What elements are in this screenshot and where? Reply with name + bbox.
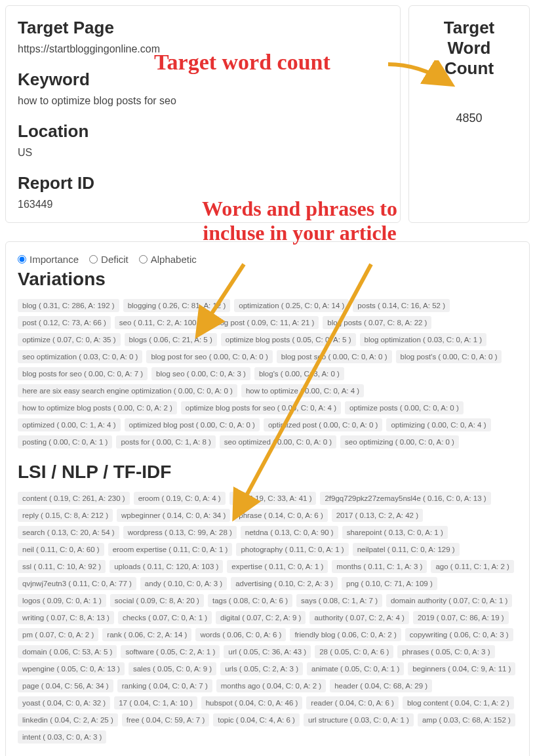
lsi-tag[interactable]: software ( 0.05, C: 2, A: 1 )	[121, 645, 220, 658]
lsi-tag[interactable]: phrases ( 0.05, C: 0, A: 3 )	[397, 645, 494, 658]
variations-tag[interactable]: blogs ( 0.06, C: 21, A: 5 )	[125, 333, 217, 346]
sort-importance[interactable]: Importance	[18, 254, 79, 265]
lsi-tag[interactable]: reader ( 0.04, C: 0, A: 6 )	[306, 696, 399, 709]
lsi-tag[interactable]: ago ( 0.11, C: 1, A: 2 )	[431, 560, 514, 573]
lsi-tag[interactable]: qvjnwj7eutn3 ( 0.11, C: 0, A: 77 )	[18, 577, 136, 590]
lsi-tag[interactable]: words ( 0.06, C: 0, A: 6 )	[195, 628, 286, 641]
variations-tag[interactable]: blog's ( 0.00, C: 3, A: 0 )	[254, 367, 344, 380]
lsi-tag[interactable]: url ( 0.05, C: 36, A: 43 )	[224, 645, 311, 658]
lsi-tag[interactable]: phrase ( 0.14, C: 0, A: 6 )	[234, 509, 327, 522]
lsi-tag[interactable]: 2019 ( 0.07, C: 86, A: 19 )	[413, 611, 509, 624]
variations-tag[interactable]: optimize ( 0.07, C: 0, A: 35 )	[18, 333, 121, 346]
lsi-tag[interactable]: wpengine ( 0.05, C: 0, A: 13 )	[18, 662, 125, 675]
lsi-tag[interactable]: linkedin ( 0.04, C: 2, A: 25 )	[18, 713, 118, 726]
lsi-tag[interactable]: photography ( 0.11, C: 0, A: 1 )	[236, 543, 348, 556]
variations-tag[interactable]: seo optimizing ( 0.00, C: 0, A: 0 )	[340, 435, 459, 448]
lsi-tag[interactable]: checks ( 0.07, C: 0, A: 1 )	[118, 611, 212, 624]
variations-tag[interactable]: here are six easy search engine optimiza…	[18, 384, 237, 397]
lsi-tag[interactable]: eroom ( 0.19, C: 0, A: 4 )	[134, 492, 226, 505]
variations-tag[interactable]: optimize posts ( 0.00, C: 0, A: 0 )	[345, 401, 464, 414]
variations-tag[interactable]: seo optimization ( 0.03, C: 0, A: 0 )	[18, 350, 142, 363]
variations-tag[interactable]: how to optimize blog posts ( 0.00, C: 0,…	[18, 401, 177, 414]
variations-tag[interactable]: optimized ( 0.00, C: 1, A: 4 )	[18, 418, 121, 431]
lsi-tag[interactable]: animate ( 0.05, C: 0, A: 1 )	[307, 662, 404, 675]
variations-tag[interactable]: blogging ( 0.26, C: 81, A: 12 )	[123, 299, 231, 312]
variations-tag[interactable]: optimizing ( 0.00, C: 0, A: 4 )	[386, 418, 490, 431]
lsi-tag[interactable]: 04 ( 0.19, C: 33, A: 41 )	[229, 492, 317, 505]
variations-tag[interactable]: posting ( 0.00, C: 0, A: 1 )	[18, 435, 112, 448]
lsi-tag[interactable]: urls ( 0.05, C: 2, A: 3 )	[220, 662, 303, 675]
lsi-tag[interactable]: sharepoint ( 0.13, C: 0, A: 1 )	[342, 526, 448, 539]
variations-tag[interactable]: blog post seo ( 0.00, C: 0, A: 0 )	[277, 350, 392, 363]
lsi-tag[interactable]: expertise ( 0.11, C: 0, A: 1 )	[227, 560, 328, 573]
variations-tag[interactable]: posts for ( 0.00, C: 1, A: 8 )	[116, 435, 215, 448]
variations-tag[interactable]: blog post ( 0.09, C: 11, A: 21 )	[210, 316, 319, 329]
lsi-tag[interactable]: yoast ( 0.04, C: 0, A: 32 )	[18, 696, 110, 709]
lsi-tag[interactable]: rank ( 0.06, C: 2, A: 14 )	[102, 628, 191, 641]
lsi-tag[interactable]: domain ( 0.06, C: 53, A: 5 )	[18, 645, 117, 658]
variations-tag[interactable]: blog posts ( 0.07, C: 8, A: 22 )	[323, 316, 431, 329]
lsi-tag[interactable]: months ago ( 0.04, C: 0, A: 2 )	[216, 679, 326, 692]
lsi-tag[interactable]: digital ( 0.07, C: 2, A: 9 )	[216, 611, 306, 624]
lsi-tag[interactable]: free ( 0.04, C: 59, A: 7 )	[122, 713, 210, 726]
lsi-tag[interactable]: url structure ( 0.03, C: 0, A: 1 )	[304, 713, 414, 726]
variations-tag[interactable]: blog ( 0.31, C: 286, A: 192 )	[18, 299, 119, 312]
lsi-tag[interactable]: months ( 0.11, C: 1, A: 3 )	[332, 560, 427, 573]
lsi-tag[interactable]: amp ( 0.03, C: 68, A: 152 )	[418, 713, 515, 726]
lsi-tag[interactable]: ssl ( 0.11, C: 10, A: 92 )	[18, 560, 106, 573]
variations-tag[interactable]: posts ( 0.14, C: 16, A: 52 )	[353, 299, 450, 312]
variations-tag[interactable]: optimize blog posts ( 0.05, C: 0, A: 5 )	[221, 333, 356, 346]
sort-deficit[interactable]: Deficit	[89, 254, 129, 265]
variations-tag[interactable]: optimized post ( 0.00, C: 0, A: 0 )	[264, 418, 382, 431]
lsi-tag[interactable]: writing ( 0.07, C: 8, A: 13 )	[18, 611, 114, 624]
lsi-tag[interactable]: header ( 0.04, C: 68, A: 29 )	[330, 679, 432, 692]
lsi-tag[interactable]: pm ( 0.07, C: 0, A: 2 )	[18, 628, 98, 641]
lsi-tag[interactable]: logos ( 0.09, C: 0, A: 1 )	[18, 594, 106, 607]
variations-tag[interactable]: post ( 0.12, C: 73, A: 66 )	[18, 316, 111, 329]
lsi-tag[interactable]: content ( 0.19, C: 261, A: 230 )	[18, 492, 130, 505]
lsi-tag[interactable]: eroom expertise ( 0.11, C: 0, A: 1 )	[108, 543, 233, 556]
lsi-tag[interactable]: ranking ( 0.04, C: 0, A: 7 )	[117, 679, 212, 692]
variations-tag[interactable]: seo ( 0.11, C: 2, A: 100 )	[115, 316, 206, 329]
lsi-tag[interactable]: friendly blog ( 0.06, C: 0, A: 2 )	[290, 628, 401, 641]
lsi-tag[interactable]: domain authority ( 0.07, C: 0, A: 1 )	[386, 594, 512, 607]
lsi-tag[interactable]: png ( 0.10, C: 71, A: 109 )	[342, 577, 437, 590]
sort-alphabetic-radio[interactable]	[139, 255, 148, 264]
lsi-tag[interactable]: beginners ( 0.04, C: 9, A: 11 )	[408, 662, 515, 675]
variations-tag[interactable]: blog optimization ( 0.03, C: 0, A: 1 )	[360, 333, 487, 346]
lsi-tag[interactable]: andy ( 0.10, C: 0, A: 3 )	[140, 577, 227, 590]
variations-tag[interactable]: optimized blog post ( 0.00, C: 0, A: 0 )	[125, 418, 260, 431]
lsi-tag[interactable]: authority ( 0.07, C: 2, A: 4 )	[309, 611, 408, 624]
sort-deficit-radio[interactable]	[89, 255, 98, 264]
variations-tag[interactable]: blog post's ( 0.00, C: 0, A: 0 )	[396, 350, 502, 363]
sort-alphabetic[interactable]: Alphabetic	[139, 254, 197, 265]
variations-tag[interactable]: how to optimize ( 0.00, C: 0, A: 4 )	[241, 384, 364, 397]
lsi-tag[interactable]: advertising ( 0.10, C: 2, A: 3 )	[231, 577, 338, 590]
lsi-tag[interactable]: neil ( 0.11, C: 0, A: 60 )	[18, 543, 104, 556]
lsi-tag[interactable]: 2017 ( 0.13, C: 2, A: 42 )	[332, 509, 423, 522]
lsi-tag[interactable]: copywriting ( 0.06, C: 0, A: 3 )	[405, 628, 513, 641]
lsi-tag[interactable]: topic ( 0.04, C: 4, A: 6 )	[213, 713, 300, 726]
lsi-tag[interactable]: page ( 0.04, C: 56, A: 34 )	[18, 679, 113, 692]
lsi-tag[interactable]: sales ( 0.05, C: 0, A: 9 )	[129, 662, 216, 675]
variations-tag[interactable]: blog post for seo ( 0.00, C: 0, A: 0 )	[146, 350, 272, 363]
variations-tag[interactable]: blog seo ( 0.00, C: 0, A: 3 )	[151, 367, 250, 380]
lsi-tag[interactable]: neilpatel ( 0.11, C: 0, A: 129 )	[353, 543, 460, 556]
lsi-tag[interactable]: wordpress ( 0.13, C: 99, A: 28 )	[123, 526, 237, 539]
lsi-tag[interactable]: 28 ( 0.05, C: 0, A: 6 )	[315, 645, 393, 658]
lsi-tag[interactable]: says ( 0.08, C: 1, A: 7 )	[296, 594, 382, 607]
lsi-tag[interactable]: netdna ( 0.13, C: 0, A: 90 )	[241, 526, 338, 539]
variations-tag[interactable]: blog posts for seo ( 0.00, C: 0, A: 7 )	[18, 367, 148, 380]
variations-tag[interactable]: optimization ( 0.25, C: 0, A: 14 )	[234, 299, 349, 312]
lsi-tag[interactable]: 2f9gq729pkz27zemay5nsl4e ( 0.16, C: 0, A…	[320, 492, 490, 505]
lsi-tag[interactable]: hubspot ( 0.04, C: 0, A: 46 )	[201, 696, 303, 709]
variations-tag[interactable]: seo optimized ( 0.00, C: 0, A: 0 )	[220, 435, 336, 448]
lsi-tag[interactable]: uploads ( 0.11, C: 120, A: 103 )	[109, 560, 223, 573]
lsi-tag[interactable]: wpbeginner ( 0.14, C: 0, A: 34 )	[117, 509, 230, 522]
lsi-tag[interactable]: blog content ( 0.04, C: 1, A: 2 )	[403, 696, 514, 709]
lsi-tag[interactable]: intent ( 0.03, C: 0, A: 3 )	[18, 730, 106, 744]
variations-tag[interactable]: optimize blog posts for seo ( 0.00, C: 0…	[181, 401, 341, 414]
lsi-tag[interactable]: tags ( 0.08, C: 0, A: 6 )	[208, 594, 292, 607]
lsi-tag[interactable]: reply ( 0.15, C: 8, A: 212 )	[18, 509, 113, 522]
lsi-tag[interactable]: social ( 0.09, C: 8, A: 20 )	[110, 594, 204, 607]
